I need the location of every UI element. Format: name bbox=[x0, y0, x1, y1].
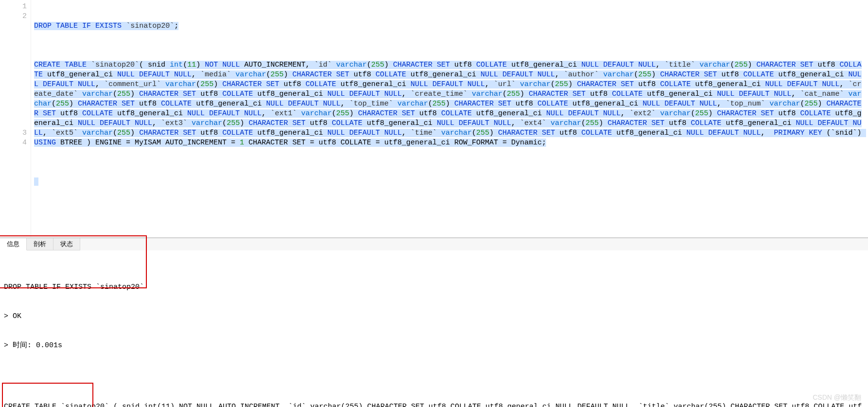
tab-status[interactable]: 状态 bbox=[53, 238, 80, 250]
code-line-3 bbox=[34, 177, 865, 187]
watermark: CSDN @懒笑翻 bbox=[813, 393, 861, 402]
line-number: 4 bbox=[0, 138, 27, 148]
line-number: 2 bbox=[0, 12, 27, 21]
line-number: 3 bbox=[0, 128, 27, 138]
result-line: DROP TABLE IF EXISTS `sinatop20` bbox=[4, 283, 864, 292]
code-line-2: CREATE TABLE `sinatop20`( snid int(11) N… bbox=[34, 60, 865, 148]
sql-editor[interactable]: 1 2 3 4 DROP TABLE IF EXISTS `sinatop20`… bbox=[0, 0, 868, 238]
code-area[interactable]: DROP TABLE IF EXISTS `sinatop20`; CREATE… bbox=[31, 0, 868, 237]
result-spacer bbox=[4, 370, 864, 383]
line-number: 1 bbox=[0, 2, 27, 12]
result-tabs: 信息 剖析 状态 bbox=[0, 238, 868, 250]
result-line: > 时间: 0.001s bbox=[4, 341, 864, 351]
tab-profile[interactable]: 剖析 bbox=[27, 238, 53, 250]
result-line: > OK bbox=[4, 312, 864, 321]
results-panel[interactable]: DROP TABLE IF EXISTS `sinatop20` > OK > … bbox=[0, 250, 868, 407]
result-line: CREATE TABLE `sinatop20` ( snid int(11) … bbox=[4, 402, 864, 407]
line-gutter: 1 2 3 4 bbox=[0, 0, 31, 237]
code-line-4 bbox=[34, 206, 865, 216]
code-line-1: DROP TABLE IF EXISTS `sinatop20`; bbox=[34, 21, 865, 31]
tab-info[interactable]: 信息 bbox=[0, 238, 27, 250]
